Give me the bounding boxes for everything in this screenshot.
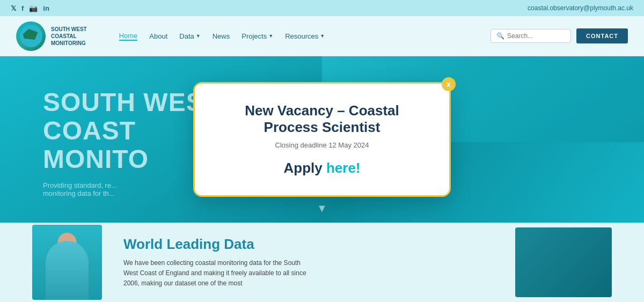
email-address: coastal.observatory@plymouth.ac.uk: [528, 4, 633, 12]
logo-inner: [20, 25, 42, 47]
facebook-icon[interactable]: f: [21, 4, 24, 12]
bottom-right-image: [515, 227, 612, 297]
vacancy-modal: x New Vacancy – Coastal Process Scientis…: [193, 82, 451, 197]
nav-data[interactable]: Data ▼: [179, 32, 200, 40]
logo-area[interactable]: SOUTH WESTCOASTALMONITORING: [16, 21, 87, 51]
hero-section: SOUTH WESTCOASTMONITO Providing standard…: [0, 56, 644, 223]
modal-apply: Apply here!: [222, 160, 422, 176]
search-area: 🔍 CONTACT: [491, 28, 628, 43]
search-box[interactable]: 🔍: [491, 29, 571, 43]
nav-resources[interactable]: Resources ▼: [285, 32, 325, 40]
projects-dropdown-arrow: ▼: [268, 33, 273, 39]
modal-deadline: Closing deadline 12 May 2024: [222, 141, 422, 149]
twitter-icon[interactable]: 𝕏: [11, 4, 16, 12]
modal-close-button[interactable]: x: [442, 77, 456, 91]
search-input[interactable]: [507, 32, 565, 40]
social-icons: 𝕏 f 📷 in: [11, 4, 49, 12]
contact-button[interactable]: CONTACT: [576, 28, 628, 43]
bottom-text-area: World Leading Data We have been collecti…: [123, 236, 494, 289]
person-image: [32, 225, 102, 300]
top-bar: 𝕏 f 📷 in coastal.observatory@plymouth.ac…: [0, 0, 644, 16]
nav-bar: SOUTH WESTCOASTALMONITORING Home About D…: [0, 16, 644, 56]
nav-home[interactable]: Home: [119, 32, 138, 41]
logo-circle: [16, 21, 46, 51]
logo-shape: [23, 29, 38, 40]
bottom-section: World Leading Data We have been collecti…: [0, 223, 644, 302]
logo-text: SOUTH WESTCOASTALMONITORING: [51, 26, 87, 47]
nav-about[interactable]: About: [149, 32, 167, 40]
data-dropdown-arrow: ▼: [196, 33, 201, 39]
modal-overlay: x New Vacancy – Coastal Process Scientis…: [0, 56, 644, 223]
section-description: We have been collecting coastal monitori…: [123, 258, 317, 289]
instagram-icon[interactable]: 📷: [29, 4, 38, 12]
linkedin-icon[interactable]: in: [43, 4, 49, 12]
resources-dropdown-arrow: ▼: [320, 33, 325, 39]
section-title: World Leading Data: [123, 236, 494, 253]
search-icon: 🔍: [496, 32, 504, 40]
nav-projects[interactable]: Projects ▼: [241, 32, 273, 40]
modal-apply-link[interactable]: here!: [326, 160, 361, 176]
nav-news[interactable]: News: [213, 32, 230, 40]
modal-title: New Vacancy – Coastal Process Scientist: [222, 102, 422, 136]
nav-links: Home About Data ▼ News Projects ▼ Resour…: [119, 32, 491, 41]
person-silhouette: [46, 241, 89, 300]
